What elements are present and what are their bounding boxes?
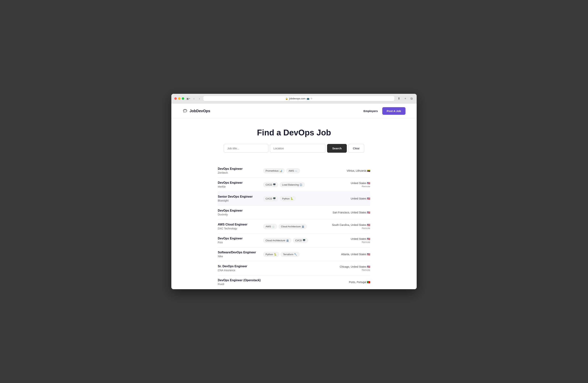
- location-input[interactable]: [270, 144, 326, 153]
- job-tags: CI/CD 🖥️Load Balancing ⚖️: [259, 182, 333, 187]
- job-left: Senior DevOps EngineerBluesight: [218, 195, 259, 202]
- location-text: Chicago, United States 🇺🇸: [333, 265, 370, 268]
- clear-button[interactable]: Clear: [348, 144, 364, 153]
- forward-button[interactable]: ›: [198, 97, 201, 101]
- job-left: DevOps Engineer (Openstack)Five9: [218, 279, 261, 286]
- url-text: jobdevops.com: [289, 97, 305, 100]
- job-left: AWS Cloud EngineerDXC Technology: [218, 223, 259, 230]
- job-title: DevOps Engineer (Openstack): [218, 279, 261, 282]
- logo-icon: [183, 108, 188, 114]
- location-text: Atlanta, United States 🇺🇸: [333, 253, 370, 256]
- browser-window: ▣ ▾ ‹ › 🔒 jobdevops.com 📺 ↻ ⬆ ＋ ⧉ JobDev…: [171, 94, 417, 289]
- job-row[interactable]: DevOps EngineerFicoCloud Architecture 🏛️…: [218, 233, 370, 247]
- job-tags: AWS ☁️Cloud Architecture 🏛️: [259, 224, 332, 229]
- share-button[interactable]: ⬆: [397, 96, 401, 101]
- job-title-input[interactable]: [224, 144, 268, 153]
- job-company: Five9: [218, 283, 261, 286]
- post-job-button[interactable]: Post A Job: [382, 107, 405, 115]
- nav-right: Employers Post A Job: [363, 107, 405, 115]
- job-location: United States 🇺🇸: [333, 197, 370, 200]
- remote-label: Remote: [333, 269, 370, 271]
- location-text: San Francisco, United States 🇺🇸: [333, 211, 370, 214]
- job-left: Software/DevOps EngineerNike: [218, 251, 259, 258]
- job-location: Vilnius, Lithuania 🇱🇹: [333, 169, 370, 172]
- remote-label: Remote: [333, 185, 370, 188]
- new-tab-button[interactable]: ＋: [403, 96, 408, 101]
- job-row[interactable]: DevOps Engineer (Openstack)Five9Porto, P…: [218, 275, 370, 289]
- job-tags: Cloud Architecture 🏛️CI/CD 🖥️: [259, 238, 333, 243]
- job-tag[interactable]: AWS ☁️: [263, 224, 277, 229]
- job-title: DevOps Engineer: [218, 237, 259, 240]
- job-company: Zenitech: [218, 171, 259, 174]
- job-tag[interactable]: Prometheus 📊: [263, 168, 285, 173]
- location-text: Porto, Portugal 🇵🇹: [333, 281, 370, 284]
- remote-label: Remote: [332, 227, 370, 230]
- traffic-lights: [174, 97, 184, 100]
- minimize-button[interactable]: [178, 97, 180, 100]
- job-row[interactable]: DevOps EngineerZenitechPrometheus 📊AWS ☁…: [218, 164, 370, 178]
- job-title: Senior DevOps Engineer: [218, 195, 259, 198]
- refresh-icon[interactable]: ↻: [311, 97, 312, 100]
- job-tags: Prometheus 📊AWS ☁️: [259, 168, 333, 173]
- job-left: Sr. DevOps EngineerCNA Insurance: [218, 265, 259, 272]
- job-row[interactable]: Software/DevOps EngineerNikePython 🐍Terr…: [218, 247, 370, 261]
- job-company: Merkle: [218, 185, 259, 188]
- job-company: Bluesight: [218, 199, 259, 202]
- browser-actions: ⬆ ＋ ⧉: [397, 96, 414, 101]
- job-tag[interactable]: CI/CD 🖥️: [263, 182, 278, 187]
- logo-text: JobDevOps: [189, 109, 210, 113]
- job-tag[interactable]: Python 🐍: [263, 252, 279, 257]
- job-title: DevOps Engineer: [218, 167, 259, 171]
- job-company: Nike: [218, 255, 259, 258]
- job-company: DXC Technology: [218, 227, 259, 230]
- location-text: South Carolina, United States 🇺🇸: [332, 223, 370, 226]
- job-title: Sr. DevOps Engineer: [218, 265, 259, 268]
- address-bar[interactable]: 🔒 jobdevops.com 📺 ↻: [203, 96, 394, 101]
- job-row[interactable]: DevOps EngineerMerkleCI/CD 🖥️Load Balanc…: [218, 178, 370, 192]
- job-location: Atlanta, United States 🇺🇸: [333, 253, 370, 256]
- page-content: JobDevOps Employers Post A Job Find a De…: [171, 103, 417, 289]
- job-tag[interactable]: CI/CD 🖥️: [293, 238, 308, 243]
- job-tag[interactable]: Cloud Architecture 🏛️: [263, 238, 291, 243]
- job-title: DevOps Engineer: [218, 209, 259, 212]
- location-text: United States 🇺🇸: [333, 182, 370, 185]
- job-tag[interactable]: AWS ☁️: [286, 168, 300, 173]
- hero-section: Find a DevOps Job Search Clear: [171, 119, 417, 164]
- job-row[interactable]: Senior DevOps EngineerBluesightCI/CD 🖥️P…: [218, 192, 370, 206]
- job-tag[interactable]: Terraform 🔧: [281, 252, 299, 257]
- job-location: Porto, Portugal 🇵🇹: [333, 281, 370, 284]
- job-title: DevOps Engineer: [218, 181, 259, 184]
- job-tags: CI/CD 🖥️Python 🐍: [259, 196, 333, 201]
- close-button[interactable]: [174, 97, 177, 100]
- back-button[interactable]: ‹: [192, 97, 195, 101]
- job-company: Doximity: [218, 213, 259, 216]
- job-location: San Francisco, United States 🇺🇸: [333, 211, 370, 214]
- location-text: United States 🇺🇸: [333, 197, 370, 200]
- job-tag[interactable]: CI/CD 🖥️: [263, 196, 278, 201]
- sidebar-icon: ▣: [186, 97, 189, 100]
- job-row[interactable]: AWS Cloud EngineerDXC TechnologyAWS ☁️Cl…: [218, 220, 370, 233]
- job-location: South Carolina, United States 🇺🇸Remote: [332, 223, 370, 230]
- search-button[interactable]: Search: [327, 144, 347, 153]
- maximize-button[interactable]: [182, 97, 184, 100]
- job-tag[interactable]: Load Balancing ⚖️: [280, 182, 305, 187]
- job-row[interactable]: Sr. DevOps EngineerCNA InsuranceChicago,…: [218, 261, 370, 275]
- chevron-down-icon: ▾: [189, 98, 190, 100]
- job-tag[interactable]: Cloud Architecture 🏛️: [279, 224, 307, 229]
- job-title: AWS Cloud Engineer: [218, 223, 259, 226]
- sidebar-toggle-button[interactable]: ▣ ▾: [186, 97, 190, 100]
- job-company: CNA Insurance: [218, 269, 259, 272]
- job-location: United States 🇺🇸Remote: [333, 237, 370, 243]
- location-text: United States 🇺🇸: [333, 237, 370, 240]
- location-text: Vilnius, Lithuania 🇱🇹: [333, 169, 370, 172]
- employers-link[interactable]: Employers: [363, 109, 378, 113]
- job-tag[interactable]: Python 🐍: [280, 196, 296, 201]
- job-left: DevOps EngineerZenitech: [218, 167, 259, 174]
- cast-icon: 📺: [307, 97, 309, 100]
- logo[interactable]: JobDevOps: [183, 108, 210, 114]
- windows-button[interactable]: ⧉: [409, 97, 414, 101]
- job-location: Chicago, United States 🇺🇸Remote: [333, 265, 370, 271]
- job-row[interactable]: DevOps EngineerDoximitySan Francisco, Un…: [218, 206, 370, 220]
- job-left: DevOps EngineerDoximity: [218, 209, 259, 216]
- job-title: Software/DevOps Engineer: [218, 251, 259, 254]
